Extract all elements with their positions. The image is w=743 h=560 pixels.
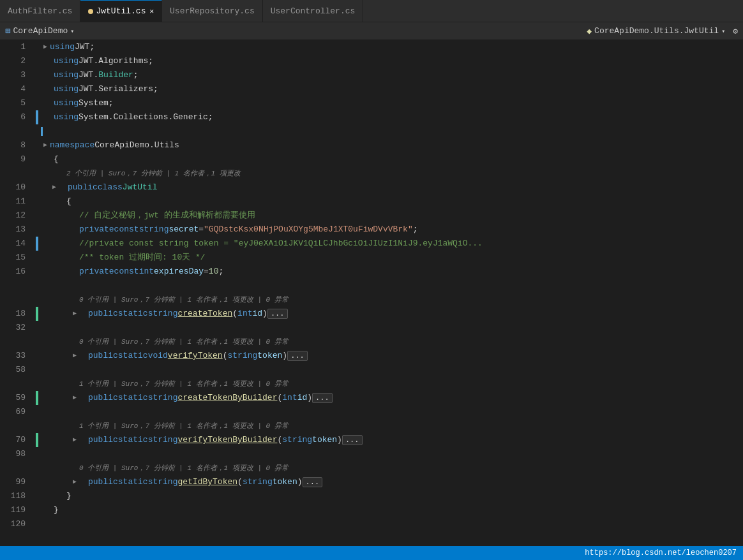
gutter-9 bbox=[36, 152, 38, 166]
line-num-17 bbox=[0, 279, 33, 293]
line-num-59: 59 bbox=[0, 391, 33, 405]
project-name: CoreApiDemo bbox=[13, 26, 68, 36]
project-left[interactable]: ⊞ CoreApiDemo ▾ bbox=[5, 26, 74, 36]
class-icon: ◆ bbox=[587, 26, 592, 36]
line-num-18: 18 bbox=[0, 307, 33, 321]
gutter-120 bbox=[36, 517, 38, 531]
line-num-6: 6 bbox=[0, 110, 33, 124]
collapse-icon-33[interactable]: ▶ bbox=[70, 349, 79, 363]
status-bar: https://blog.csdn.net/leochen0207 bbox=[0, 546, 743, 560]
gutter-119 bbox=[36, 503, 38, 517]
collapsed-block-99[interactable]: ... bbox=[303, 477, 323, 487]
collapsed-block-33[interactable]: ... bbox=[287, 351, 308, 361]
hint-line-2refs: 2 个引用 | Suro，7 分钟前 | 1 名作者，1 项更改 bbox=[36, 166, 743, 181]
project-icon: ⊞ bbox=[5, 26, 10, 36]
gutter-58 bbox=[36, 363, 38, 377]
hint-1refs-59-text: 1 个引用 | Suro，7 分钟前 | 1 名作者，1 项更改 | 0 异常 bbox=[79, 377, 289, 391]
gutter-12 bbox=[36, 209, 38, 223]
line-num-13: 13 bbox=[0, 223, 33, 237]
gutter-33 bbox=[36, 349, 38, 363]
tab-usercontroller-label: UserController.cs bbox=[271, 6, 356, 16]
hint-0refs-99-text: 0 个引用 | Suro，7 分钟前 | 1 名作者，1 项更改 | 0 异常 bbox=[79, 461, 289, 475]
tab-jwtutil[interactable]: JwtUtil.cs ✕ bbox=[80, 0, 162, 22]
editor: 1 2 3 4 5 6 8 9 10 11 12 13 14 15 16 18 … bbox=[0, 40, 743, 546]
collapsed-block-18[interactable]: ... bbox=[267, 309, 288, 319]
collapse-icon-ns[interactable]: ▶ bbox=[41, 138, 50, 152]
gutter-11 bbox=[36, 195, 38, 209]
line-num-hint6 bbox=[0, 461, 33, 475]
line-num-33: 33 bbox=[0, 349, 33, 363]
gutter-8 bbox=[36, 138, 38, 152]
tab-usercontroller[interactable]: UserController.cs bbox=[263, 0, 364, 22]
code-line-118: } bbox=[36, 489, 743, 503]
project-bar: ⊞ CoreApiDemo ▾ ◆ CoreApiDemo.Utils.JwtU… bbox=[0, 22, 743, 40]
gutter-13 bbox=[36, 223, 38, 237]
line-num-98: 98 bbox=[0, 447, 33, 461]
gutter-16 bbox=[36, 265, 38, 279]
gutter-15 bbox=[36, 251, 38, 265]
line-num-9: 9 bbox=[0, 152, 33, 166]
collapse-icon-59[interactable]: ▶ bbox=[70, 391, 79, 405]
gutter-70 bbox=[36, 433, 38, 447]
line-num-120: 120 bbox=[0, 517, 33, 531]
line-num-5: 5 bbox=[0, 96, 33, 110]
gutter-hint3 bbox=[36, 335, 38, 349]
line-num-hint3 bbox=[0, 335, 33, 349]
code-line-120 bbox=[36, 517, 743, 531]
collapse-icon-18[interactable]: ▶ bbox=[70, 307, 79, 321]
code-line-69 bbox=[36, 405, 743, 419]
code-line-99: ▶ public static string getIdByToken(stri… bbox=[36, 475, 743, 489]
settings-icon[interactable]: ⚙ bbox=[733, 26, 738, 36]
collapsed-block-59[interactable]: ... bbox=[312, 393, 333, 403]
code-line-98 bbox=[36, 447, 743, 461]
line-num-hint4 bbox=[0, 377, 33, 391]
line-num-12: 12 bbox=[0, 209, 33, 223]
gutter-10 bbox=[36, 181, 38, 195]
collapsed-block-70[interactable]: ... bbox=[342, 435, 363, 445]
code-line-5: using System; bbox=[36, 96, 743, 110]
code-line-18: ▶ public static string createToken(int i… bbox=[36, 307, 743, 321]
gutter-hint2 bbox=[36, 293, 38, 307]
gutter-4 bbox=[36, 82, 38, 96]
hint-line-0refs-99: 0 个引用 | Suro，7 分钟前 | 1 名作者，1 项更改 | 0 异常 bbox=[36, 461, 743, 475]
gutter-69 bbox=[36, 405, 38, 419]
tab-modified-dot bbox=[88, 9, 93, 14]
line-num-58: 58 bbox=[0, 363, 33, 377]
code-line-3: using JWT.Builder; bbox=[36, 68, 743, 82]
line-num-hint1 bbox=[0, 166, 33, 181]
tab-userrepository[interactable]: UserRepository.cs bbox=[162, 0, 263, 22]
code-line-70: ▶ public static string verifyTokenByBuil… bbox=[36, 433, 743, 447]
close-icon[interactable]: ✕ bbox=[149, 7, 154, 15]
collapse-icon-99[interactable]: ▶ bbox=[70, 475, 79, 489]
gutter-hint6 bbox=[36, 461, 38, 475]
code-line-58 bbox=[36, 363, 743, 377]
line-num-4: 4 bbox=[0, 82, 33, 96]
gutter-2 bbox=[36, 54, 38, 68]
tab-authfilter-label: AuthFilter.cs bbox=[8, 6, 72, 16]
code-line-9: { bbox=[36, 152, 743, 166]
line-num-10: 10 bbox=[0, 181, 33, 195]
gutter-3 bbox=[36, 68, 38, 82]
gutter-118 bbox=[36, 489, 38, 503]
line-num-hint5 bbox=[0, 419, 33, 433]
line-numbers: 1 2 3 4 5 6 8 9 10 11 12 13 14 15 16 18 … bbox=[0, 40, 33, 546]
tab-authfilter[interactable]: AuthFilter.cs bbox=[0, 0, 80, 22]
code-content[interactable]: ▶ using JWT; using JWT.Algorithms; using… bbox=[33, 40, 743, 546]
code-line-7 bbox=[36, 124, 743, 138]
collapse-icon-class[interactable]: ▶ bbox=[50, 181, 59, 195]
line-num-99: 99 bbox=[0, 475, 33, 489]
line-num-69: 69 bbox=[0, 405, 33, 419]
breadcrumb-right: ◆ CoreApiDemo.Utils.JwtUtil ▾ ⚙ bbox=[587, 26, 738, 36]
tab-bar: AuthFilter.cs JwtUtil.cs ✕ UserRepositor… bbox=[0, 0, 743, 22]
code-line-2: using JWT.Algorithms; bbox=[36, 54, 743, 68]
collapse-icon-1[interactable]: ▶ bbox=[41, 40, 50, 54]
gutter-6 bbox=[36, 110, 38, 124]
breadcrumb-dropdown-arrow[interactable]: ▾ bbox=[721, 27, 725, 35]
line-num-118: 118 bbox=[0, 489, 33, 503]
tab-jwtutil-label: JwtUtil.cs bbox=[96, 6, 146, 16]
code-line-12: // 自定义秘钥，jwt 的生成和解析都需要使用 bbox=[36, 209, 743, 223]
collapse-icon-70[interactable]: ▶ bbox=[70, 433, 79, 447]
project-dropdown-arrow[interactable]: ▾ bbox=[70, 27, 74, 35]
line-num-7 bbox=[0, 124, 33, 138]
line-num-2: 2 bbox=[0, 54, 33, 68]
